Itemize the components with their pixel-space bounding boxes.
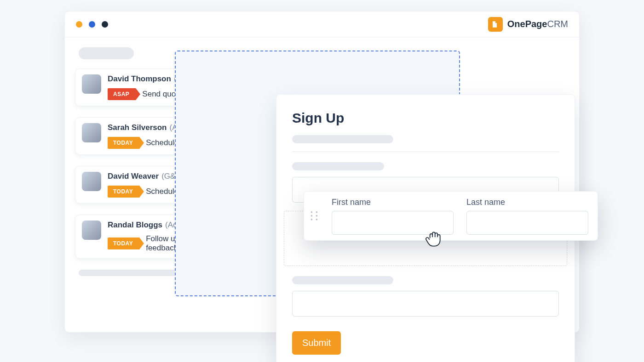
- brand-logo-icon: [488, 17, 503, 32]
- field-label-placeholder: [292, 162, 384, 170]
- avatar: [82, 74, 101, 94]
- status-flag: TODAY: [108, 238, 139, 249]
- submit-button[interactable]: Submit: [292, 331, 341, 355]
- divider: [292, 152, 559, 152]
- text-input[interactable]: [292, 291, 559, 317]
- contact-name: Randal Bloggs: [108, 221, 162, 230]
- last-name-input[interactable]: [466, 211, 588, 235]
- placeholder-line: [292, 135, 393, 143]
- status-flag: TODAY: [108, 137, 139, 149]
- drag-handle-icon[interactable]: ● ●● ●● ●: [310, 211, 319, 221]
- dragged-field-group[interactable]: ● ●● ●● ● First name Last name: [304, 191, 598, 241]
- window-dot-maximize[interactable]: [102, 21, 108, 28]
- status-flag: ASAP: [108, 88, 136, 100]
- contact-name: David Thompson: [108, 74, 171, 84]
- window-dot-minimize[interactable]: [89, 21, 95, 28]
- field-label-placeholder: [292, 276, 393, 284]
- sidebar-heading-placeholder: [79, 47, 134, 59]
- signup-title: Sign Up: [292, 110, 559, 126]
- grab-cursor-icon: [423, 229, 443, 251]
- brand: OnePageCRM: [488, 17, 568, 32]
- contact-name: Sarah Silverson: [108, 123, 167, 132]
- window-dot-close[interactable]: [76, 21, 82, 28]
- titlebar: OnePageCRM: [65, 11, 579, 37]
- avatar: [82, 172, 101, 191]
- contact-name: David Weaver: [108, 172, 159, 181]
- window-controls: [76, 21, 108, 28]
- brand-name: OnePageCRM: [507, 19, 568, 29]
- status-flag: TODAY: [108, 186, 139, 198]
- field-label-first-name: First name: [332, 198, 454, 207]
- avatar: [82, 123, 101, 142]
- field-label-last-name: Last name: [466, 198, 588, 207]
- avatar: [82, 221, 101, 240]
